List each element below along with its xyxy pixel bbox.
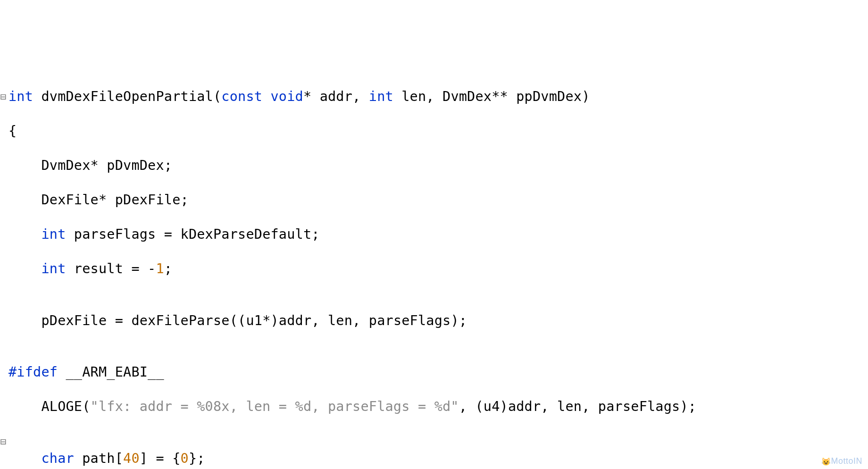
code-line: ALOGE("lfx: addr = %08x, len = %d, parse… (8, 398, 868, 416)
code-line: { (8, 123, 868, 140)
code-line: int result = -1; (8, 260, 868, 278)
cat-icon: 😺 (821, 458, 831, 466)
code-line: int dvmDexFileOpenPartial(const void* ad… (8, 88, 868, 106)
code-lines[interactable]: int dvmDexFileOpenPartial(const void* ad… (0, 71, 868, 469)
fold-gutter: ⊟ ⊟ ⊟ (0, 2, 7, 469)
fold-indicator[interactable]: ⊟ (0, 88, 7, 106)
code-line: pDexFile = dexFileParse((u1*)addr, len, … (8, 312, 868, 330)
code-line: char path[40] = {0}; (8, 450, 868, 468)
code-line: DvmDex* pDvmDex; (8, 157, 868, 175)
code-block: ⊟ ⊟ ⊟ int dvmDexFileOpenPartial(const vo… (0, 0, 868, 469)
watermark: 😺MottoIN (821, 456, 862, 466)
code-line: #ifdef __ARM_EABI__ (8, 364, 868, 381)
code-line: int parseFlags = kDexParseDefault; (8, 226, 868, 243)
fold-indicator[interactable]: ⊟ (0, 433, 7, 451)
code-line: DexFile* pDexFile; (8, 192, 868, 209)
